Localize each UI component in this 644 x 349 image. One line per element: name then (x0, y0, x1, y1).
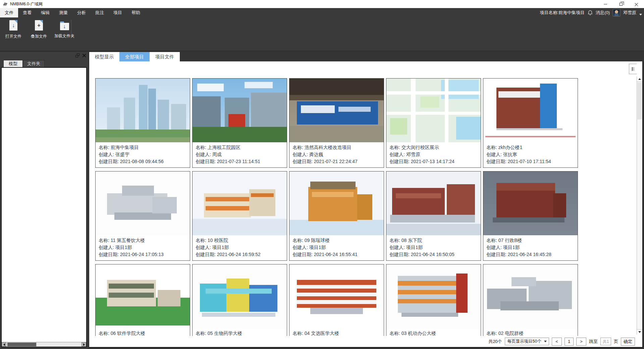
thumbnail-art (96, 137, 190, 142)
file-download-icon: ↓ (9, 20, 17, 31)
confirm-label: 确定 (624, 339, 632, 345)
card-text: 名称: 08 东下院创建人: 项目1部创建日期: 2021-06-24 16:5… (386, 235, 481, 258)
card-name-value: 浩然高科大楼改造项目 (305, 145, 352, 150)
project-card[interactable]: 名称: 03 机动办公大楼 (386, 264, 481, 348)
minimize-button[interactable] (598, 0, 613, 8)
jump-page-input[interactable] (600, 338, 611, 345)
card-creator: 创建人: 邓雪原 (389, 151, 478, 158)
prev-page-button[interactable]: < (552, 338, 562, 346)
thumbnail-art (411, 79, 416, 142)
tab-all-projects[interactable]: 全部项目 (119, 52, 150, 61)
card-name-label: 名称: (196, 331, 206, 336)
window-title: NMBIM6.0-广域网 (10, 1, 43, 7)
project-card[interactable]: 名称: 04 文选医学大楼 (289, 264, 384, 348)
card-name-label: 名称: (99, 331, 109, 336)
scroll-left-button[interactable] (2, 342, 6, 347)
scroll-down-button[interactable] (637, 329, 642, 335)
project-card[interactable]: 名称: 浩然高科大楼改造项目创建人: 龚达巍创建日期: 2021-07-21 2… (289, 78, 384, 168)
current-page-value: 1 (568, 339, 570, 344)
menu-item-help[interactable]: 帮助 (127, 8, 145, 17)
tab-project-files[interactable]: 项目文件 (150, 52, 180, 61)
project-card[interactable]: 名称: zkh办公楼1创建人: 张抗寒创建日期: 2021-07-10 17:1… (483, 78, 578, 168)
card-name-label: 名称: (196, 145, 206, 150)
page-size-select[interactable]: 每页显示项目50个 (505, 338, 549, 345)
project-card[interactable]: 名称: 08 东下院创建人: 项目1部创建日期: 2021-06-24 16:5… (386, 171, 481, 261)
card-text: 名称: 浩然高科大楼改造项目创建人: 龚达巍创建日期: 2021-07-21 2… (289, 142, 384, 165)
thumbnail-art (447, 184, 475, 216)
card-name-value: zkh办公楼1 (498, 145, 523, 150)
app-logo-icon (3, 1, 8, 7)
notification-bell-icon[interactable] (588, 10, 593, 15)
thumbnail-art (398, 299, 456, 303)
projects-panel: 名称: 前海中集项目创建人: 张盛宇创建日期: 2021-08-08 09:44… (89, 61, 643, 348)
card-creator-label: 创建人: (196, 152, 211, 157)
card-name: 名称: 07 行政B楼 (486, 237, 575, 244)
sidebar-tab-folder[interactable]: 文件夹 (23, 60, 45, 67)
scroll-up-button[interactable] (637, 77, 642, 82)
project-card[interactable]: 名称: 前海中集项目创建人: 张盛宇创建日期: 2021-08-08 09:44… (95, 78, 190, 168)
menu-item-project[interactable]: 项目 (109, 8, 127, 17)
project-card[interactable]: 名称: 05 生物药学大楼 (192, 264, 287, 348)
card-creator: 创建人: 项目1部 (292, 244, 381, 251)
project-card[interactable]: 名称: 11 第五餐饮大楼创建人: 项目1部创建日期: 2021-06-24 1… (95, 171, 190, 261)
tab-model-display[interactable]: 模型显示 (89, 52, 119, 61)
project-card[interactable]: 名称: 交大闵行校区展示创建人: 邓雪原创建日期: 2021-07-13 14:… (386, 78, 481, 168)
maximize-button[interactable] (613, 0, 629, 8)
card-creator-label: 创建人: (389, 245, 405, 250)
toolbar-open-file-button[interactable]: ↓打开文件 (3, 20, 24, 39)
card-name-value: 07 行政B楼 (498, 238, 522, 243)
card-date: 创建日期: 2021-06-24 16:55:41 (292, 251, 381, 258)
menu-item-file[interactable]: 文件 (0, 8, 18, 17)
user-name[interactable]: 邓雪原 (623, 10, 636, 16)
project-card[interactable]: 名称: 07 行政B楼创建人: 项目1部创建日期: 2021-06-24 16:… (483, 171, 578, 261)
undock-panel-icon[interactable] (75, 53, 79, 57)
card-date: 创建日期: 2021-06-24 16:50:05 (389, 251, 478, 258)
card-creator-label: 创建人: (486, 245, 502, 250)
card-creator: 创建人: 项目1部 (99, 244, 187, 251)
vertical-scrollbar[interactable] (637, 77, 642, 335)
thumbnail-art (158, 290, 180, 306)
menu-item-edit[interactable]: 编辑 (36, 8, 54, 17)
menu-item-measure[interactable]: 测量 (54, 8, 72, 17)
splitter-pin-button[interactable] (629, 64, 637, 74)
thumbnail-art (152, 197, 177, 213)
thumbnail-art (193, 219, 287, 235)
project-thumbnail (96, 79, 190, 142)
sidebar-tab-model[interactable]: 模型 (3, 60, 23, 67)
user-avatar[interactable] (613, 9, 620, 16)
scrollbar-thumb[interactable] (7, 342, 37, 347)
card-text: 名称: 11 第五餐饮大楼创建人: 项目1部创建日期: 2021-06-24 1… (96, 235, 190, 258)
user-menu-caret-icon[interactable] (639, 14, 642, 15)
project-card[interactable]: 名称: 10 校医院创建人: 项目1部创建日期: 2021-06-24 16:5… (192, 171, 287, 261)
project-card[interactable]: 名称: 09 陈瑞球楼创建人: 项目1部创建日期: 2021-06-24 16:… (289, 171, 384, 261)
menu-item-analyze[interactable]: 分析 (72, 8, 91, 17)
card-name: 名称: 浩然高科大楼改造项目 (292, 144, 381, 151)
menu-item-annotate[interactable]: 批注 (91, 8, 109, 17)
messages-label[interactable]: 消息(0) (596, 10, 610, 16)
project-card[interactable]: 名称: 06 软件学院大楼 (95, 264, 190, 348)
scroll-right-button[interactable] (82, 342, 86, 347)
project-card[interactable]: 名称: 02 电院群楼 (483, 264, 578, 348)
thumbnail-art (297, 300, 376, 304)
toolbar-overlay-file-button[interactable]: +叠加文件 (28, 20, 50, 39)
thumbnail-art (401, 313, 458, 316)
close-button[interactable] (629, 0, 644, 8)
sidebar-tabs: 模型文件夹 (0, 60, 88, 67)
thumbnail-art (206, 197, 249, 201)
project-card[interactable]: 名称: 上海核工院园区创建人: 周成创建日期: 2021-07-23 11:14… (192, 78, 287, 168)
next-page-button[interactable]: > (576, 338, 586, 346)
close-panel-icon[interactable] (82, 54, 86, 57)
card-creator-label: 创建人: (99, 152, 114, 157)
toolbar-load-folder-button[interactable]: ↓加载文件夹 (54, 20, 75, 39)
tool-glyph: ↓ (63, 24, 66, 29)
thumbnail-art (500, 301, 559, 310)
card-name-value: 06 软件学院大楼 (111, 331, 145, 336)
confirm-button[interactable]: 确定 (621, 338, 635, 346)
card-name-value: 上海核工院园区 (208, 145, 240, 150)
scrollbar-thumb[interactable] (637, 83, 642, 119)
card-date-value: 2021-07-13 14:17:24 (411, 159, 454, 164)
menu-item-view[interactable]: 查看 (18, 8, 36, 17)
horizontal-scrollbar[interactable] (2, 342, 86, 347)
thumbnail-art (456, 273, 468, 313)
menubar-right: 项目名称:前海中集项目 消息(0) 邓雪原 (540, 8, 644, 17)
